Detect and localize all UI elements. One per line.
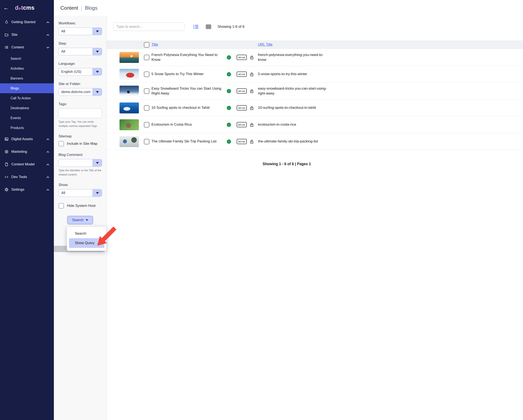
site-folder-label: Site or Folder: bbox=[58, 82, 102, 86]
select-all-checkbox[interactable] bbox=[144, 42, 149, 48]
sidebar-item-label: Getting Started bbox=[11, 20, 35, 24]
sidebar-item-products[interactable]: Products bbox=[0, 123, 54, 133]
language-select[interactable]: English (US) bbox=[58, 68, 102, 75]
row-url-title: 5-snow-sports-to-try-this-winter bbox=[258, 72, 330, 76]
page-title: Blogs bbox=[85, 5, 98, 11]
chevron-up-icon bbox=[47, 150, 49, 154]
grid-view-icon[interactable] bbox=[206, 24, 211, 29]
sidebar-item-label: Digital Assets bbox=[11, 137, 33, 141]
sidebar-content-children: Search Activities Banners Blogs Call To … bbox=[0, 54, 54, 133]
row-title[interactable]: Easy Snowboard Tricks You can Start Usin… bbox=[151, 86, 225, 96]
row-thumbnail[interactable] bbox=[120, 52, 139, 63]
chevron-up-icon bbox=[47, 33, 49, 37]
search-input[interactable] bbox=[113, 23, 185, 31]
workflows-filter: Workflows: All bbox=[58, 21, 102, 35]
hide-system-host-row: Hide System Host bbox=[58, 203, 102, 208]
sidebar-item-dev-tools[interactable]: Dev Tools bbox=[0, 171, 54, 183]
sidebar-item-marketing[interactable]: Marketing bbox=[0, 145, 54, 158]
sidebar-item-banners[interactable]: Banners bbox=[0, 74, 54, 83]
table-row[interactable]: 5 Snow Sports to Try This Winter en-us 5… bbox=[107, 66, 523, 83]
column-header-title[interactable]: Title bbox=[151, 42, 158, 47]
row-checkbox[interactable] bbox=[144, 88, 149, 94]
table-row[interactable]: Easy Snowboard Tricks You can Start Usin… bbox=[107, 83, 523, 99]
chevron-down-icon bbox=[93, 159, 102, 166]
row-thumbnail[interactable] bbox=[120, 136, 139, 147]
tags-input[interactable] bbox=[58, 108, 102, 118]
chevron-up-icon bbox=[47, 162, 49, 166]
sidebar-subitem-label: Call To Action bbox=[10, 96, 31, 100]
blog-comment-select[interactable] bbox=[58, 159, 102, 167]
language-badge: en-us bbox=[237, 105, 247, 110]
row-title[interactable]: Ecotourism in Costa Rica bbox=[151, 122, 225, 127]
sidebar-item-getting-started[interactable]: Getting Started bbox=[0, 16, 54, 28]
column-header-url-title[interactable]: URL Title bbox=[258, 42, 272, 47]
chevron-down-icon bbox=[93, 88, 102, 96]
site-folder-select[interactable]: demo.dotcms.com bbox=[58, 88, 102, 96]
blog-comment-label: Blog Comment: bbox=[58, 153, 102, 157]
sidebar-subitem-label: Events bbox=[10, 116, 21, 120]
table-row[interactable]: French Polynesia Everything You Need to … bbox=[107, 49, 523, 66]
table-row[interactable]: The Ultimate Family Ski Trip Packing Lis… bbox=[107, 133, 523, 150]
include-in-sitemap-checkbox[interactable] bbox=[58, 141, 64, 147]
row-title[interactable]: 5 Snow Sports to Try This Winter bbox=[151, 72, 225, 76]
sidebar-item-digital-assets[interactable]: Digital Assets bbox=[0, 133, 54, 145]
row-thumbnail[interactable] bbox=[120, 119, 139, 130]
back-arrow-icon[interactable]: ← bbox=[3, 5, 13, 11]
row-title[interactable]: French Polynesia Everything You Need to … bbox=[151, 53, 225, 62]
lock-icon bbox=[250, 55, 254, 59]
hide-system-host-checkbox[interactable] bbox=[58, 203, 64, 208]
language-filter: Language: English (US) bbox=[58, 62, 102, 75]
blog-comment-help-text: Type the Identifier or the Title of the … bbox=[58, 168, 102, 177]
dotcms-logo: dtcms bbox=[15, 5, 34, 11]
row-title[interactable]: The Ultimate Family Ski Trip Packing Lis… bbox=[151, 139, 225, 144]
status-published-dot bbox=[227, 55, 231, 59]
tags-help-text: Type your Tag. You can enter multiple co… bbox=[58, 120, 102, 128]
row-checkbox[interactable] bbox=[144, 55, 149, 60]
tags-label: Tags: bbox=[58, 102, 102, 106]
sidebar-item-settings[interactable]: Settings bbox=[0, 183, 54, 196]
sidebar-item-label: Content bbox=[11, 45, 24, 49]
row-title[interactable]: 10 Surfing spots to checkout in Tahiti bbox=[151, 105, 225, 110]
row-checkbox[interactable] bbox=[144, 105, 149, 111]
table-header: Title URL Title bbox=[107, 41, 523, 49]
status-published-dot bbox=[227, 106, 231, 110]
language-badge: en-us bbox=[237, 122, 247, 127]
sidebar-item-search[interactable]: Search bbox=[0, 54, 54, 64]
row-url-title: the-ultimate-family-ski-trip-packing-lis… bbox=[258, 139, 330, 144]
hide-system-host-label: Hide System Host bbox=[67, 204, 96, 208]
logo-text: d bbox=[15, 5, 18, 11]
sidebar-item-label: Dev Tools bbox=[11, 175, 27, 179]
show-select[interactable]: All bbox=[58, 189, 102, 197]
target-icon bbox=[4, 149, 9, 154]
sidebar-item-label: Site bbox=[11, 33, 17, 37]
row-thumbnail[interactable] bbox=[120, 102, 139, 113]
workflows-label: Workflows: bbox=[58, 21, 102, 25]
sidebar-item-events[interactable]: Events bbox=[0, 113, 54, 123]
row-checkbox[interactable] bbox=[144, 122, 149, 128]
step-select-value: All bbox=[59, 48, 93, 55]
row-thumbnail[interactable] bbox=[120, 86, 139, 97]
results-summary: Showing 1-6 of 6 bbox=[218, 25, 245, 29]
sidebar-subitem-label: Products bbox=[10, 126, 24, 130]
row-thumbnail[interactable] bbox=[120, 69, 139, 80]
sidebar-item-content-model[interactable]: Content Model bbox=[0, 158, 54, 171]
sidebar-item-activities[interactable]: Activities bbox=[0, 64, 54, 74]
lock-icon bbox=[250, 106, 254, 110]
step-label: Step: bbox=[58, 41, 102, 46]
table-row[interactable]: Ecotourism in Costa Rica en-us ecotouris… bbox=[107, 116, 523, 133]
sidebar-item-call-to-action[interactable]: Call To Action bbox=[0, 93, 54, 103]
row-checkbox[interactable] bbox=[144, 139, 149, 144]
table-row[interactable]: 10 Surfing spots to checkout in Tahiti e… bbox=[107, 99, 523, 116]
chevron-up-icon bbox=[47, 175, 49, 179]
search-split-button[interactable]: Search bbox=[67, 216, 93, 224]
sidebar-item-blogs[interactable]: Blogs bbox=[0, 83, 54, 93]
flame-icon bbox=[4, 20, 9, 25]
sidebar-item-content[interactable]: Content bbox=[0, 41, 54, 54]
step-select[interactable]: All bbox=[58, 48, 102, 55]
sidebar-item-site[interactable]: Site bbox=[0, 28, 54, 41]
sidebar-item-destinations[interactable]: Destinations bbox=[0, 103, 54, 113]
workflows-select[interactable]: All bbox=[58, 28, 102, 35]
site-folder-select-value: demo.dotcms.com bbox=[59, 88, 93, 96]
row-checkbox[interactable] bbox=[144, 72, 149, 77]
list-view-icon[interactable] bbox=[193, 24, 199, 29]
